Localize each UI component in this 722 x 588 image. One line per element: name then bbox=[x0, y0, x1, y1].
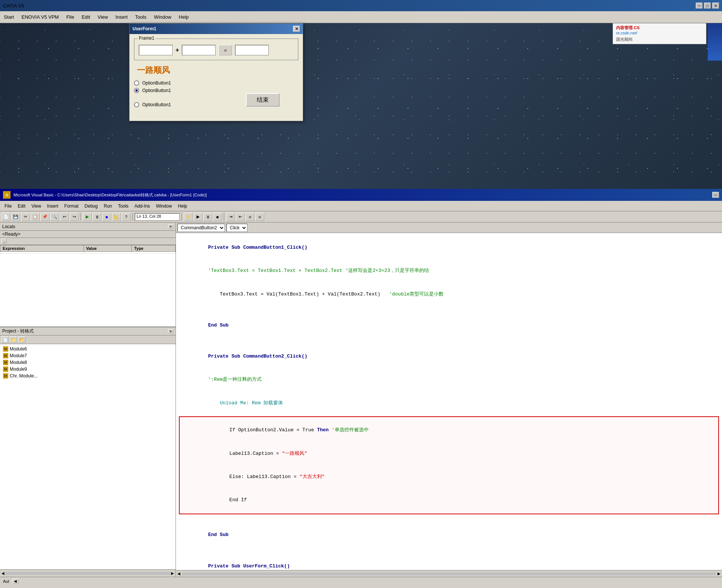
tb-indent-4[interactable]: ≡ bbox=[255, 213, 264, 221]
vba-menu-tools[interactable]: Tools bbox=[115, 202, 131, 210]
project-scrollbar[interactable] bbox=[5, 572, 170, 575]
vba-menu-insert[interactable]: Insert bbox=[44, 202, 61, 210]
code-line-else: Else: Label13.Caption = "大吉大利" bbox=[183, 465, 715, 489]
radio-button-2[interactable] bbox=[134, 88, 139, 93]
vba-menu-view[interactable]: View bbox=[28, 202, 44, 210]
project-close-btn[interactable]: ✕ bbox=[168, 329, 173, 334]
tb-btn-1[interactable]: 📄 bbox=[1, 213, 10, 221]
vba-menu-edit[interactable]: Edit bbox=[15, 202, 28, 210]
tb-run-btn[interactable]: ▶ bbox=[83, 213, 92, 221]
tb-position: Ln 13, Col 28 bbox=[135, 213, 180, 221]
vba-toolbar-1: 📄 💾 ✂ 📋 📌 🔍 ↩ ↪ ▶ ⏸ ■ 📐 ? Ln 13, Col 28 … bbox=[0, 211, 722, 223]
code-line-blank2 bbox=[179, 337, 719, 345]
option-label-2: OptionButton1 bbox=[142, 88, 171, 93]
tb-extra-4[interactable]: ■ bbox=[213, 213, 222, 221]
catia-menu-enovia[interactable]: ENOVIA V5 VPM bbox=[18, 13, 63, 21]
dialog-title: UserForm1 bbox=[132, 26, 156, 31]
textbox2[interactable] bbox=[182, 45, 216, 55]
catia-menu-start[interactable]: Start bbox=[0, 13, 18, 21]
end-button[interactable]: 结束 bbox=[246, 93, 280, 107]
code-line-sub3: Private Sub UserForm_Click() bbox=[179, 555, 719, 570]
code-content[interactable]: Private Sub CommandButton1_Click() 'Text… bbox=[176, 233, 722, 570]
radio-button-3[interactable] bbox=[134, 102, 139, 107]
locals-panel: Locals ✕ <Ready> … Expression Value Type bbox=[0, 223, 176, 327]
tb-design-btn[interactable]: 📐 bbox=[112, 213, 121, 221]
equals-button[interactable]: = bbox=[219, 45, 232, 55]
catia-menu-tools[interactable]: Tools bbox=[131, 13, 150, 21]
vba-menu-run[interactable]: Run bbox=[101, 202, 115, 210]
vba-status-text: Aut bbox=[3, 579, 9, 584]
catia-menu-file[interactable]: File bbox=[63, 13, 78, 21]
project-tb-btn-3[interactable]: 📂 bbox=[18, 336, 25, 343]
hscrollbar[interactable] bbox=[182, 572, 716, 575]
vba-menu-file[interactable]: File bbox=[1, 202, 15, 210]
tb-extra-3[interactable]: ⏸ bbox=[203, 213, 212, 221]
locals-titlebar: Locals ✕ bbox=[0, 223, 176, 231]
hscroll-right[interactable]: ▶ bbox=[716, 572, 722, 576]
catia-menu-edit[interactable]: Edit bbox=[78, 13, 94, 21]
tb-btn-paste[interactable]: 📌 bbox=[40, 213, 49, 221]
dialog-content: Frame1 + = 一路顺风 OptionButton1 OptionButt… bbox=[130, 34, 303, 121]
project-item-module7[interactable]: M Module7 bbox=[1, 352, 174, 359]
code-line-1: Private Sub CommandButton1_Click() bbox=[179, 236, 719, 259]
object-dropdown[interactable]: CommandButton2 bbox=[177, 224, 225, 232]
vba-minimize-btn[interactable]: ─ bbox=[712, 192, 719, 198]
tb-sep-1 bbox=[80, 213, 81, 221]
project-tb-btn-2[interactable]: 📁 bbox=[10, 336, 17, 343]
textbox1[interactable] bbox=[139, 45, 173, 55]
tb-btn-cut[interactable]: ✂ bbox=[21, 213, 30, 221]
dialog-close-btn[interactable]: ✕ bbox=[293, 26, 300, 32]
project-item-chrmodule[interactable]: M Chr, Module... bbox=[1, 373, 174, 379]
procedure-dropdown[interactable]: Click bbox=[226, 224, 247, 232]
tb-btn-find[interactable]: 🔍 bbox=[50, 213, 59, 221]
tb-indent-3[interactable]: ≡ bbox=[246, 213, 255, 221]
tb-help-btn[interactable]: ? bbox=[122, 213, 131, 221]
tb-btn-copy[interactable]: 📋 bbox=[31, 213, 40, 221]
project-scroll-area[interactable]: ◀ ▶ bbox=[0, 569, 176, 577]
vba-code-area: CommandButton2 Click Private Sub Command… bbox=[176, 223, 722, 577]
catia-minimize-btn[interactable]: ─ bbox=[696, 3, 703, 9]
project-scroll-left[interactable]: ◀ bbox=[1, 571, 4, 575]
code-line-rem: ':Rem是一种注释的方式 bbox=[179, 368, 719, 392]
project-tb-btn-1[interactable]: 📄 bbox=[1, 336, 9, 343]
tb-pause-btn[interactable]: ⏸ bbox=[92, 213, 101, 221]
catia-menu-help[interactable]: Help bbox=[175, 13, 193, 21]
tb-sep-3 bbox=[182, 213, 182, 221]
hscroll-left[interactable]: ◀ bbox=[176, 572, 182, 576]
catia-title-text: CATIA V5 bbox=[3, 3, 24, 9]
option-label-3: OptionButton1 bbox=[142, 102, 171, 107]
catia-menu-view[interactable]: View bbox=[94, 13, 112, 21]
project-item-module6[interactable]: M Module6 bbox=[1, 346, 174, 352]
project-item-module9[interactable]: M Module9 bbox=[1, 366, 174, 373]
code-line-blank1 bbox=[179, 306, 719, 314]
status-scroll-left[interactable]: ◀ bbox=[12, 579, 18, 584]
code-hscroll[interactable]: ◀ ▶ bbox=[176, 570, 722, 577]
vba-menu-debug[interactable]: Debug bbox=[82, 202, 101, 210]
vba-main-area: Locals ✕ <Ready> … Expression Value Type bbox=[0, 223, 722, 577]
vba-menu-addins[interactable]: Add-Ins bbox=[131, 202, 153, 210]
radio-button-1[interactable] bbox=[134, 80, 139, 86]
tb-indent-1[interactable]: ⇥ bbox=[226, 213, 235, 221]
tb-extra-1[interactable]: ⚡ bbox=[184, 213, 193, 221]
tb-extra-2[interactable]: ▶ bbox=[194, 213, 202, 221]
module7-icon: M bbox=[3, 353, 8, 358]
textbox3[interactable] bbox=[235, 45, 269, 55]
tb-btn-redo[interactable]: ↪ bbox=[70, 213, 79, 221]
catia-maximize-btn[interactable]: □ bbox=[704, 3, 711, 9]
project-scroll-right[interactable]: ▶ bbox=[171, 571, 174, 575]
catia-menu-insert[interactable]: Insert bbox=[112, 13, 131, 21]
vba-menu-window[interactable]: Window bbox=[153, 202, 175, 210]
vba-titlebar: ⚙ Microsoft Visual Basic - C:\Users\Shae… bbox=[0, 189, 722, 201]
tb-stop-btn[interactable]: ■ bbox=[102, 213, 111, 221]
catia-close-btn[interactable]: ✕ bbox=[712, 3, 719, 9]
vba-menu-format[interactable]: Format bbox=[61, 202, 82, 210]
option-row-3: OptionButton1 结束 bbox=[134, 95, 298, 114]
tb-indent-2[interactable]: ⇤ bbox=[236, 213, 245, 221]
tb-btn-2[interactable]: 💾 bbox=[11, 213, 20, 221]
catia-menu-window[interactable]: Window bbox=[150, 13, 175, 21]
tb-btn-undo[interactable]: ↩ bbox=[60, 213, 69, 221]
project-item-module8[interactable]: M Module8 bbox=[1, 359, 174, 366]
locals-close-btn[interactable]: ✕ bbox=[168, 224, 173, 229]
locals-tb-btn[interactable]: … bbox=[1, 239, 7, 244]
vba-menu-help[interactable]: Help bbox=[175, 202, 190, 210]
